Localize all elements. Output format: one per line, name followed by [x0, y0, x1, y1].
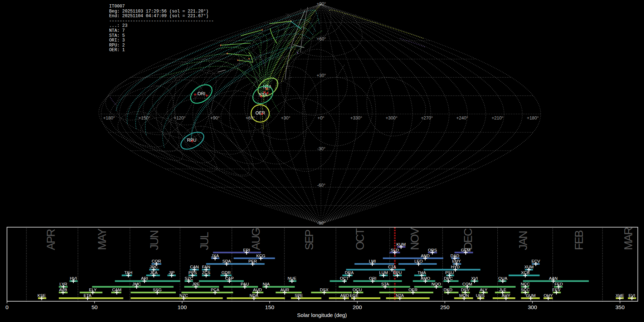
- svg-text:+0°: +0°: [317, 116, 324, 121]
- svg-text:50: 50: [92, 304, 98, 310]
- svg-text:XCB: XCB: [521, 270, 530, 275]
- svg-text:CAN: CAN: [190, 264, 199, 269]
- svg-text:-90°: -90°: [317, 221, 325, 226]
- svg-text:PAU: PAU: [241, 282, 249, 286]
- svg-text:200: 200: [353, 304, 362, 310]
- svg-text:LEO: LEO: [414, 259, 423, 263]
- svg-text:JPE: JPE: [192, 282, 200, 286]
- svg-text:STA: 5: STA: 5: [109, 33, 125, 38]
- svg-text:+240°: +240°: [456, 116, 468, 121]
- svg-text:SPE: SPE: [294, 293, 303, 298]
- svg-text:MON: MON: [459, 293, 469, 298]
- svg-text:+90°: +90°: [317, 1, 326, 6]
- svg-text:Beg: 20251103 17:29:56 (sol =: Beg: 20251103 17:29:56 (sol = 221.20°): [109, 9, 209, 14]
- svg-text:+300°: +300°: [386, 116, 397, 121]
- svg-text:0: 0: [5, 304, 9, 310]
- svg-text:+30°: +30°: [317, 73, 326, 78]
- svg-text:ORI: ORI: [369, 276, 376, 280]
- svg-text:OER: 1: OER: 1: [109, 48, 125, 53]
- svg-text:AUR: AUR: [280, 287, 289, 292]
- svg-text:APR: APR: [44, 229, 57, 250]
- svg-text:PCA: PCA: [211, 287, 219, 292]
- svg-text:+30°: +30°: [281, 116, 290, 121]
- svg-text:ALY: ALY: [480, 287, 487, 292]
- svg-text:NTA: NTA: [263, 84, 272, 89]
- svg-text:+60°: +60°: [245, 116, 255, 121]
- svg-text:Solar longitude (deg): Solar longitude (deg): [297, 312, 347, 318]
- svg-text:ARD: ARD: [340, 293, 349, 298]
- svg-text:CAM: CAM: [112, 287, 121, 292]
- svg-text:-60°: -60°: [317, 183, 325, 188]
- svg-text:OCT: OCT: [340, 276, 349, 280]
- svg-text:DSV: DSV: [461, 287, 469, 292]
- svg-text:+210°: +210°: [492, 116, 503, 121]
- svg-text:350: 350: [615, 304, 625, 310]
- svg-text:FEB: FEB: [572, 230, 585, 250]
- svg-text:TAH: TAH: [125, 270, 133, 275]
- svg-text:EHY: EHY: [452, 259, 461, 263]
- svg-text:ARI: ARI: [141, 276, 148, 280]
- svg-text:ORS: ORS: [428, 248, 437, 252]
- svg-text:DRA: DRA: [345, 270, 354, 275]
- svg-text:AND: AND: [421, 253, 430, 258]
- svg-text:300: 300: [528, 304, 537, 310]
- svg-text:MAY: MAY: [96, 228, 108, 250]
- svg-text:HVI: HVI: [70, 276, 77, 280]
- svg-text:QUA: QUA: [498, 276, 508, 280]
- svg-text:AUG: AUG: [249, 228, 262, 250]
- svg-text:RPU: RPU: [393, 270, 402, 275]
- svg-text:STA: STA: [381, 282, 389, 286]
- svg-text:AUD: AUD: [253, 287, 262, 292]
- svg-text:PER: PER: [248, 259, 257, 263]
- svg-text:ELY: ELY: [89, 287, 97, 292]
- svg-text:OCU: OCU: [353, 287, 362, 292]
- svg-text:HYD: HYD: [451, 264, 460, 269]
- svg-text:FAN: FAN: [202, 264, 210, 269]
- svg-text:LMI: LMI: [369, 259, 376, 263]
- svg-text:100: 100: [177, 304, 187, 310]
- svg-text:CTA: CTA: [388, 264, 396, 269]
- svg-text:JMC: JMC: [132, 282, 141, 286]
- svg-text:ETA: ETA: [84, 293, 92, 298]
- svg-text:NTA: NTA: [396, 293, 404, 298]
- svg-text:ECV: ECV: [531, 259, 540, 263]
- svg-text:COR: COR: [152, 259, 161, 263]
- svg-text:250: 250: [440, 304, 449, 310]
- svg-text:NCC: NCC: [521, 282, 530, 286]
- svg-text:PPS: PPS: [189, 270, 197, 275]
- svg-text:JUN: JUN: [148, 231, 161, 250]
- svg-text:FED: FED: [555, 282, 563, 286]
- svg-text:NOV: NOV: [408, 228, 421, 250]
- svg-text:OHY: OHY: [544, 293, 553, 298]
- svg-text:OER: OER: [255, 111, 265, 116]
- svg-text:+60°: +60°: [317, 36, 326, 42]
- svg-text:FEV: FEV: [552, 287, 561, 292]
- svg-text:-30°: -30°: [317, 146, 325, 151]
- svg-text:SDA: SDA: [222, 259, 231, 263]
- svg-text:ORI: 3: ORI: 3: [109, 38, 125, 43]
- svg-text:KUM: KUM: [396, 242, 406, 247]
- svg-text:DPC: DPC: [444, 276, 453, 280]
- svg-text:RPU: RPU: [187, 138, 196, 143]
- svg-text:SEP: SEP: [303, 230, 316, 250]
- svg-text:End: 20251104 04:47:09 (sol =: End: 20251104 04:47:09 (sol = 221.67°): [109, 14, 209, 19]
- svg-text:+270°: +270°: [421, 116, 433, 121]
- svg-text:JIP: JIP: [169, 270, 175, 275]
- svg-text:+90°: +90°: [210, 116, 220, 121]
- svg-text:LUM: LUM: [379, 270, 388, 275]
- svg-text:KCG: KCG: [256, 253, 265, 258]
- svg-text:+120°: +120°: [174, 116, 186, 121]
- svg-text:EVI: EVI: [629, 293, 635, 298]
- svg-text:LYR: LYR: [59, 282, 67, 286]
- svg-text:ORI: ORI: [197, 91, 205, 96]
- svg-text:XUM: XUM: [524, 264, 533, 269]
- svg-text:JUL: JUL: [198, 232, 211, 250]
- svg-text:SZC: SZC: [185, 276, 193, 280]
- svg-text:OER: OER: [409, 287, 418, 292]
- svg-text:GEM: GEM: [461, 248, 470, 252]
- svg-text:XHE: XHE: [615, 293, 624, 298]
- svg-text:SSG: SSG: [153, 287, 162, 292]
- svg-text:OCT: OCT: [353, 228, 366, 250]
- svg-text:150: 150: [265, 304, 274, 310]
- svg-text:PSU: PSU: [445, 270, 454, 275]
